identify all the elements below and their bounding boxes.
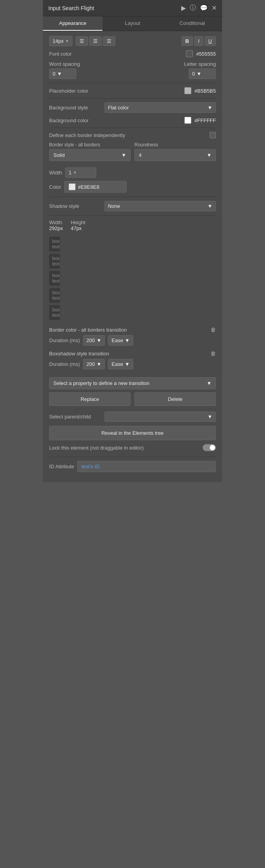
transition-boxshadow-trash[interactable]: 🗑 [210, 350, 216, 357]
play-icon[interactable]: ▶ [181, 4, 186, 12]
info-icon[interactable]: ⓘ [190, 4, 196, 12]
replace-button[interactable]: Replace [49, 392, 131, 406]
divider-5 [49, 215, 216, 216]
font-row: 14px ▼ ☰ ☰ ☰ B I U [49, 36, 216, 46]
transition-boxshadow-title: Boxshadow style transition [49, 351, 109, 357]
align-left-button[interactable]: ☰ [76, 36, 88, 46]
font-size-select[interactable]: 14px ▼ [49, 36, 72, 46]
t1-duration-arrow: ▼ [96, 337, 101, 343]
border-color-row: Color #E8E8E8 [49, 181, 216, 193]
background-style-select[interactable]: Flat color ▼ [104, 102, 216, 113]
lock-row: Lock this element (not draggable in edit… [49, 444, 216, 451]
divider-3 [49, 128, 216, 128]
letter-spacing-arrow: ▼ [196, 71, 201, 77]
font-color-swatch[interactable] [186, 50, 193, 57]
shadow-style-label: Shadow style [49, 203, 101, 209]
bg-side-labels: boxtext boxtext boxtext boxtext boxtext [49, 237, 60, 321]
roundness-arrow: ▼ [207, 152, 212, 158]
placeholder-color-label: Placeholder color [49, 88, 88, 94]
close-icon[interactable]: ✕ [212, 4, 217, 12]
placeholder-color-row: Placeholder color #B5B5B5 [49, 87, 216, 94]
shadow-style-select[interactable]: None ▼ [104, 201, 216, 211]
border-color-swatch [69, 183, 76, 190]
italic-button[interactable]: I [194, 36, 203, 46]
border-color-label: Color [49, 184, 61, 190]
panel: Input Search Flight ▶ ⓘ 💬 ✕ Appearance L… [43, 0, 222, 482]
tab-appearance[interactable]: Appearance [43, 16, 102, 31]
transition-border-trash[interactable]: 🗑 [210, 327, 216, 333]
font-size-arrow: ▼ [65, 39, 69, 43]
tab-layout[interactable]: Layout [102, 16, 162, 31]
placeholder-color-swatch[interactable] [184, 87, 191, 94]
word-spacing-select[interactable]: 0 ▼ [49, 69, 76, 79]
lock-toggle[interactable] [203, 444, 216, 451]
tabs-container: Appearance Layout Conditional [43, 16, 222, 31]
transition-border-ease-select[interactable]: Ease ▼ [108, 335, 133, 346]
shadow-style-row: Shadow style None ▼ [49, 201, 216, 211]
transition-border-row: Duration (ms) 200 ▼ Ease ▼ [49, 335, 216, 346]
divider-4 [49, 197, 216, 197]
letter-spacing-select[interactable]: 0 ▼ [189, 69, 216, 79]
bg-item-5: boxtext [49, 305, 60, 320]
lock-label: Lock this element (not draggable in edit… [49, 445, 144, 451]
align-right-button[interactable]: ☰ [103, 36, 115, 46]
background-style-label: Background style [49, 105, 101, 111]
transition-boxshadow: Boxshadow style transition 🗑 Duration (m… [49, 350, 216, 369]
border-style-arrow: ▼ [121, 152, 126, 158]
reveal-button[interactable]: Reveal in the Elements tree [49, 426, 216, 440]
new-transition-label: Select a property to define a new transi… [53, 380, 149, 386]
transition-boxshadow-ease-select[interactable]: Ease ▼ [108, 359, 133, 369]
word-spacing-arrow: ▼ [57, 71, 62, 77]
dim-width-label: Width [49, 220, 63, 225]
transition-boxshadow-duration-select[interactable]: 200 ▼ [83, 359, 105, 369]
border-style-select[interactable]: Solid ▼ [49, 149, 131, 161]
divider-6 [49, 457, 216, 457]
align-center-button[interactable]: ☰ [89, 36, 102, 46]
font-color-row: Font color #555555 [49, 50, 216, 57]
parent-child-row: Select parent/child ▼ [49, 411, 216, 422]
panel-header: Input Search Flight ▶ ⓘ 💬 ✕ [43, 0, 222, 16]
chat-icon[interactable]: 💬 [200, 4, 208, 12]
border-color-field[interactable]: #E8E8E8 [64, 181, 127, 193]
new-transition-arrow: ▼ [207, 380, 212, 386]
bg-list-section: boxtext boxtext boxtext boxtext boxtext [49, 237, 216, 321]
border-width-arrow: ▼ [73, 170, 77, 175]
border-width-select[interactable]: 1 ▼ [65, 167, 96, 178]
id-attribute-label: ID Attribute [49, 464, 74, 469]
id-attribute-field[interactable]: test's ID [77, 461, 216, 472]
font-color-value: #555555 [196, 51, 216, 57]
shadow-style-arrow: ▼ [207, 203, 212, 209]
new-transition-dropdown[interactable]: Select a property to define a new transi… [49, 377, 216, 389]
delete-button[interactable]: Delete [134, 392, 216, 406]
border-color-value: #E8E8E8 [78, 184, 99, 190]
panel-content: 14px ▼ ☰ ☰ ☰ B I U Font color #555555 Wo… [43, 31, 222, 482]
transition-border-duration-select[interactable]: 200 ▼ [83, 335, 105, 346]
bg-item-3: boxtext [49, 271, 60, 286]
spacing-selects-row: 0 ▼ 0 ▼ [49, 69, 216, 79]
id-attribute-value: test's ID [81, 464, 100, 469]
border-style-col-label: Border style - all borders [49, 142, 131, 148]
bg-item-2: boxtext [49, 254, 60, 269]
underline-button[interactable]: U [205, 36, 216, 46]
define-border-row: Define each border independently [49, 132, 216, 138]
parent-child-label: Select parent/child [49, 414, 101, 420]
parent-child-select[interactable]: ▼ [104, 411, 216, 422]
format-buttons-group: B I U [182, 36, 216, 46]
bold-button[interactable]: B [182, 36, 193, 46]
action-buttons-row: Replace Delete [49, 392, 216, 406]
border-style-col: Border style - all borders Solid ▼ [49, 142, 131, 161]
background-color-value: #FFFFFF [194, 118, 216, 123]
roundness-select[interactable]: 4 ▼ [134, 149, 216, 161]
t2-ease-arrow: ▼ [125, 361, 130, 367]
placeholder-color-value: #B5B5B5 [194, 88, 216, 94]
tab-conditional[interactable]: Conditional [163, 16, 222, 31]
border-roundness-row: Border style - all borders Solid ▼ Round… [49, 142, 216, 161]
roundness-col: Roundness 4 ▼ [134, 142, 216, 161]
letter-spacing-label: Letter spacing [132, 61, 216, 67]
define-border-checkbox[interactable] [210, 132, 216, 138]
spacing-labels-row: Word spacing Letter spacing [49, 61, 216, 67]
divider-1 [49, 83, 216, 83]
background-color-swatch[interactable] [184, 117, 191, 124]
id-attribute-row: ID Attribute test's ID [49, 461, 216, 472]
panel-title: Input Search Flight [48, 5, 94, 11]
